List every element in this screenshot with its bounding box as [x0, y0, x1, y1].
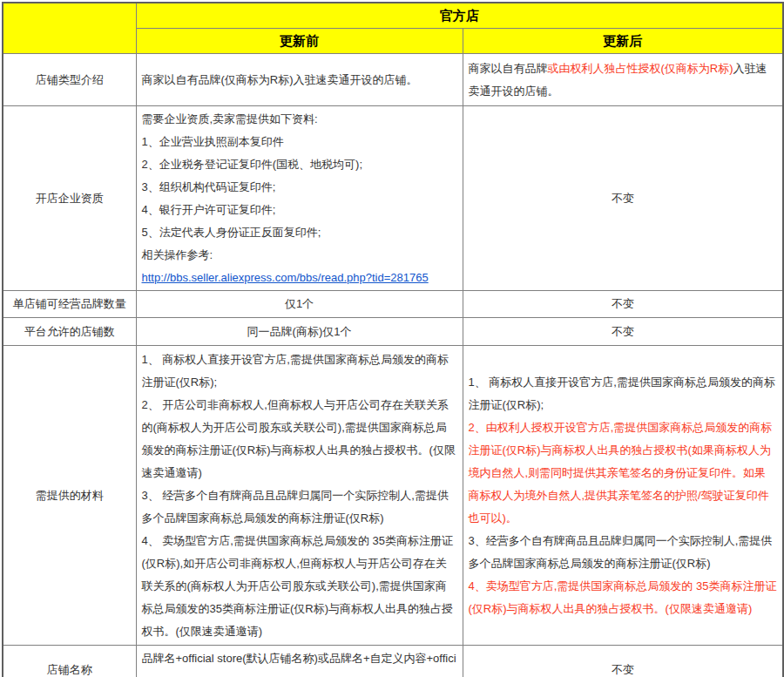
table-row: 店铺名称品牌名+official store(默认店铺名称)或品牌名+自定义内容… — [3, 646, 783, 677]
cell-text: 商家以自有品牌 — [469, 62, 548, 75]
table-row: 需提供的材料1、 商标权人直接开设官方店,需提供国家商标总局颁发的商标注册证(仅… — [3, 346, 783, 646]
cell-text: 4、 卖场型官方店,需提供国家商标总局颁发的 35类商标注册证(仅R标),如开店… — [142, 534, 454, 638]
cell-after: 不变 — [463, 646, 783, 677]
cell-after: 不变 — [463, 318, 783, 346]
cell-text: 3、组织机构代码证复印件; — [142, 180, 276, 193]
changed-text: 4、卖场型官方店,需提供国家商标总局颁发的 35类商标注册证(仅R标)与商标权人… — [469, 579, 777, 615]
row-label: 店铺名称 — [3, 646, 136, 677]
table-row: 开店企业资质需要企业资质,卖家需提供如下资料:1、企业营业执照副本复印件2、企业… — [3, 106, 783, 291]
col-header-after: 更新后 — [463, 29, 783, 54]
cell-text: 2、 开店公司非商标权人,但商标权人与开店公司存在关联关系的(商标权人为开店公司… — [142, 398, 456, 479]
cell-text: 相关操作参考: — [142, 248, 213, 261]
cell-after: 不变 — [463, 291, 783, 318]
cell-text: 5、法定代表人身份证正反面复印件; — [142, 226, 321, 239]
cell-before: 仅1个 — [136, 291, 463, 318]
cell-before: 品牌名+official store(默认店铺名称)或品牌名+自定义内容+off… — [136, 646, 463, 677]
cell-text: 不变 — [612, 663, 634, 676]
row-label: 单店铺可经营品牌数量 — [3, 291, 136, 318]
store-policy-table: 官方店 更新前 更新后 店铺类型介绍商家以自有品牌(仅商标为R标)入驻速卖通开设… — [2, 2, 784, 677]
cell-after: 不变 — [463, 106, 783, 291]
row-label: 平台允许的店铺数 — [3, 318, 136, 346]
cell-text: 不变 — [612, 297, 634, 310]
changed-text: 或由权利人独占性授权(仅商标为R标) — [548, 62, 733, 75]
cell-text: 1、企业营业执照副本复印件 — [142, 135, 284, 148]
row-label: 店铺类型介绍 — [3, 54, 136, 106]
row-label: 开店企业资质 — [3, 106, 136, 291]
cell-before: 需要企业资质,卖家需提供如下资料:1、企业营业执照副本复印件2、企业税务登记证复… — [136, 106, 463, 291]
cell-text: 不变 — [612, 192, 634, 205]
table-row: 店铺类型介绍商家以自有品牌(仅商标为R标)入驻速卖通开设的店铺。商家以自有品牌或… — [3, 54, 783, 106]
cell-after: 1、 商标权人直接开设官方店,需提供国家商标总局颁发的商标注册证(仅R标);2、… — [463, 346, 783, 646]
comparison-table: 官方店 更新前 更新后 店铺类型介绍商家以自有品牌(仅商标为R标)入驻速卖通开设… — [0, 0, 784, 677]
cell-text: 同一品牌(商标)仅1个 — [247, 325, 352, 338]
cell-before: 1、 商标权人直接开设官方店,需提供国家商标总局颁发的商标注册证(仅R标);2、… — [136, 346, 463, 646]
cell-text: 仅1个 — [285, 297, 314, 310]
cell-text: 3、经营多个自有牌商品且品牌归属同一个实际控制人,需提供多个品牌国家商标总局颁发… — [469, 534, 773, 570]
cell-text: 2、企业税务登记证复印件(国税、地税均可); — [142, 158, 363, 171]
cell-before: 同一品牌(商标)仅1个 — [136, 318, 463, 346]
aliexpress-bbs-link[interactable]: http://bbs.seller.aliexpress.com/bbs/rea… — [142, 271, 429, 284]
cell-before: 商家以自有品牌(仅商标为R标)入驻速卖通开设的店铺。 — [136, 54, 463, 106]
cell-after: 商家以自有品牌或由权利人独占性授权(仅商标为R标)入驻速卖通开设的店铺。 — [463, 54, 783, 106]
header-row-title: 官方店 — [3, 3, 783, 29]
cell-text: 品牌名+official store(默认店铺名称)或品牌名+自定义内容+off… — [142, 652, 456, 677]
row-label: 需提供的材料 — [3, 346, 136, 646]
cell-text: 不变 — [612, 325, 634, 338]
cell-text: 需要企业资质,卖家需提供如下资料: — [142, 112, 318, 125]
table-title: 官方店 — [136, 3, 783, 29]
cell-text: 3、 经营多个自有牌商品且品牌归属同一个实际控制人,需提供多个品牌国家商标总局颁… — [142, 489, 449, 525]
changed-text: 2、由权利人授权开设官方店,需提供国家商标总局颁发的商标注册证(仅R标)与商标权… — [469, 421, 773, 525]
col-header-before: 更新前 — [136, 29, 463, 54]
cell-text: 商家以自有品牌(仅商标为R标)入驻速卖通开设的店铺。 — [142, 73, 418, 86]
cell-text: 4、银行开户许可证复印件; — [142, 203, 276, 216]
cell-text: 1、 商标权人直接开设官方店,需提供国家商标总局颁发的商标注册证(仅R标); — [469, 376, 775, 411]
table-row: 单店铺可经营品牌数量仅1个不变 — [3, 291, 783, 318]
cell-text: 1、 商标权人直接开设官方店,需提供国家商标总局颁发的商标注册证(仅R标); — [142, 353, 449, 389]
corner-cell — [3, 3, 136, 54]
table-row: 平台允许的店铺数同一品牌(商标)仅1个不变 — [3, 318, 783, 346]
